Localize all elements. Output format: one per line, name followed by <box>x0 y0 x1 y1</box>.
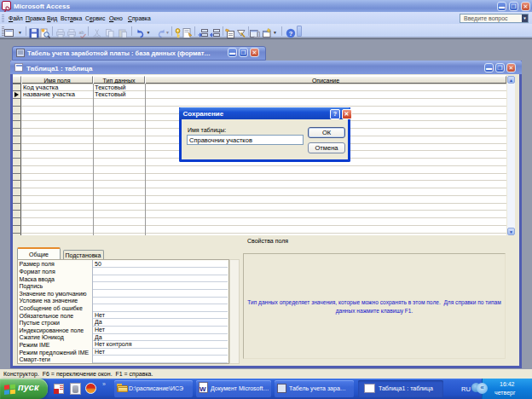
svg-text:?: ? <box>288 30 292 38</box>
svg-text:ab: ab <box>78 30 84 35</box>
